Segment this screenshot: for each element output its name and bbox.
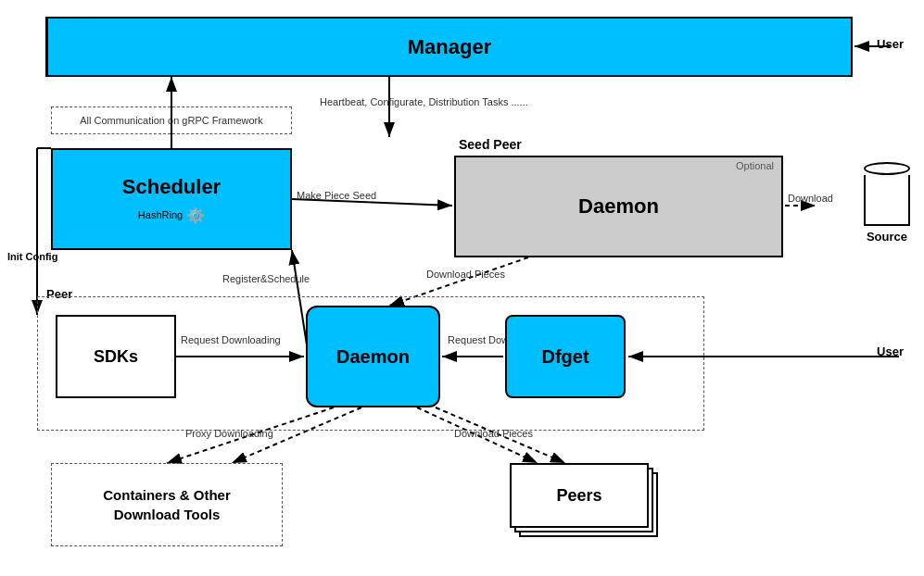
grpc-label-box: All Communication on gRPC Framework — [51, 106, 292, 134]
source-label: Source — [867, 230, 907, 244]
daemon-peer-label: Daemon — [336, 346, 410, 368]
sdks-box: SDKs — [56, 315, 176, 398]
scheduler-box: Scheduler HashRing ⚙️ — [51, 148, 292, 250]
peers-stack: Peers — [510, 463, 658, 537]
containers-box: Containers & OtherDownload Tools — [51, 463, 283, 546]
grpc-label: All Communication on gRPC Framework — [80, 115, 262, 126]
manager-box: Manager — [46, 17, 853, 77]
daemon-peer-box: Daemon — [306, 306, 440, 407]
request-downloading-sdks-label: Request Downloading — [181, 333, 281, 347]
daemon-seed-label: Daemon — [578, 194, 659, 219]
peers-card-front: Peers — [510, 463, 649, 528]
seed-peer-section-label: Seed Peer — [459, 137, 522, 152]
scheduler-label: Scheduler — [122, 175, 221, 199]
download-label: Download — [788, 193, 833, 204]
heartbeat-label: Heartbeat, Configurate, Distribution Tas… — [320, 95, 528, 109]
optional-label: Optional — [736, 160, 774, 171]
make-piece-seed-label: Make Piece Seed — [297, 190, 376, 201]
hashring-label: HashRing ⚙️ — [138, 207, 205, 224]
proxy-downloading-label: Proxy Downloading — [185, 428, 273, 439]
download-pieces-peers-label: Download Pieces — [454, 428, 533, 439]
register-schedule-label: Register&Schedule — [222, 273, 310, 284]
dfget-box: Dfget — [505, 315, 626, 398]
peers-label: Peers — [556, 486, 601, 506]
daemon-seed-box: Optional Daemon — [454, 156, 783, 257]
download-pieces-seed-label: Download Pieces — [426, 269, 505, 280]
init-config-label: Init Config — [7, 250, 57, 264]
dfget-label: Dfget — [541, 346, 589, 368]
user-manager-label: User — [877, 35, 904, 52]
user-dfget-label: User — [877, 344, 904, 358]
containers-label: Containers & OtherDownload Tools — [103, 485, 231, 524]
source-box: Source — [859, 162, 915, 244]
manager-label: Manager — [408, 35, 491, 59]
architecture-diagram: Manager — [0, 0, 924, 576]
sdks-label: SDKs — [94, 347, 138, 367]
cylinder-top — [864, 162, 910, 175]
cylinder-body — [864, 175, 910, 226]
